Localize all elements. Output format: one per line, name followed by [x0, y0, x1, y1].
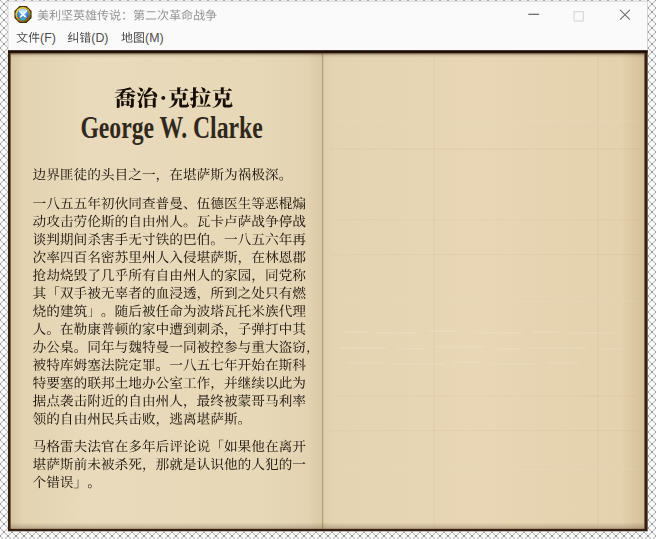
svg-text:(D): (D): [91, 31, 108, 45]
svg-text:George W. Clarke: George W. Clarke: [80, 110, 262, 145]
svg-text:(F): (F): [40, 31, 56, 45]
svg-text:(M): (M): [145, 31, 164, 45]
